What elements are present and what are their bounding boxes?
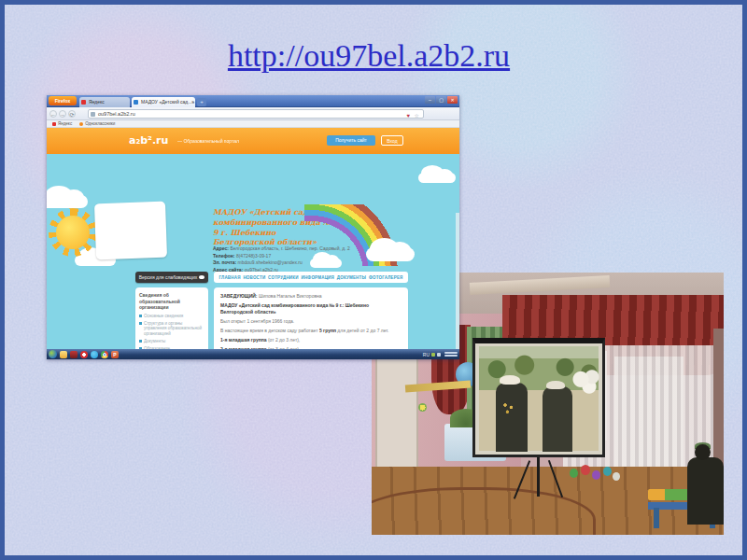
new-tab-button[interactable]: + xyxy=(197,98,206,106)
site-favicon xyxy=(134,100,138,105)
tab-label: Яндекс xyxy=(89,99,105,105)
photo-balloon-teal xyxy=(603,467,612,476)
windows-taskbar: P RU xyxy=(47,349,459,359)
yandex-bookmark-icon xyxy=(52,122,56,126)
photo-door xyxy=(375,347,418,476)
nav-link-информация[interactable]: ИНФОРМАЦИЯ xyxy=(301,275,334,280)
login-button[interactable]: Вход xyxy=(381,135,403,146)
bookmark-0[interactable]: Яндекс xyxy=(52,121,72,126)
content-paragraph-0: ЗАВЕДУЮЩИЙ: Шипова Наталья Викторовна xyxy=(220,293,402,300)
tab-label: МАДОУ «Детский сад...» xyxy=(141,99,194,105)
photo-balloon-purple xyxy=(592,470,600,480)
powerpoint-icon[interactable]: P xyxy=(111,351,119,358)
photo-bench-leg xyxy=(654,508,659,528)
minimize-button[interactable]: – xyxy=(425,96,435,104)
back-icon[interactable]: ← xyxy=(49,110,57,118)
bullet-icon xyxy=(139,315,142,317)
thumbnail-picture xyxy=(97,204,164,257)
content-paragraph-4: 1-я младшая группа (от 2 до 3 лет), xyxy=(220,337,402,343)
contact-line-1: Телефон: 8(47248)3-09-17 xyxy=(213,253,353,260)
photo-officer-figure-2 xyxy=(543,386,572,452)
photo-tripod-pole xyxy=(537,457,540,497)
close-button[interactable]: ✕ xyxy=(447,96,458,104)
accessibility-label: Версия для слабовидящих xyxy=(139,274,198,280)
sun-icon xyxy=(56,216,90,249)
bookmark-1[interactable]: Одноклассники xyxy=(79,121,115,126)
sidebar-item-2[interactable]: Документы xyxy=(139,339,204,344)
url-text: ou97bel.a2b2.ru xyxy=(98,111,135,117)
pocket-heart-icon[interactable]: ♥ xyxy=(406,112,410,120)
cloud-decoration xyxy=(47,195,88,208)
bullet-icon xyxy=(139,322,142,325)
media-player-icon[interactable] xyxy=(70,351,78,358)
photo-projector-screen xyxy=(472,338,605,457)
portal-header: a₂b².ru — Образовательный портал Получит… xyxy=(47,128,459,154)
start-orb-icon[interactable] xyxy=(49,350,57,358)
photo-flower-decoration-2 xyxy=(418,403,427,412)
reload-icon[interactable]: ⟳ xyxy=(68,110,76,118)
photo-officer-cap xyxy=(500,375,520,385)
forward-icon[interactable]: → xyxy=(59,110,66,118)
contact-line-0: Адрес: Белгородская область, г. Шебекино… xyxy=(213,245,353,253)
skype-icon[interactable] xyxy=(91,351,98,358)
tray-network-icon[interactable] xyxy=(437,353,441,357)
nav-link-сотрудники[interactable]: СОТРУДНИКИ xyxy=(268,275,299,280)
cloud-decoration-3 xyxy=(418,173,456,183)
explorer-folder-icon[interactable] xyxy=(60,351,67,358)
bullet-icon xyxy=(139,340,142,343)
sidebar-item-label: Основные сведения xyxy=(144,314,183,319)
address-bar: ← → ⟳ ou97bel.a2b2.ru ♥ ☆ xyxy=(47,107,459,120)
browser-titlebar: Firefox Яндекс МАДОУ «Детский сад...» × … xyxy=(47,95,459,107)
tray-clock[interactable] xyxy=(444,352,458,357)
bookmark-label: Яндекс xyxy=(58,121,72,126)
nav-link-главная[interactable]: ГЛАВНАЯ xyxy=(218,275,240,280)
photo-white-balloons xyxy=(572,370,600,394)
get-site-button[interactable]: Получить сайт xyxy=(327,135,375,146)
window-controls: – ▢ ✕ xyxy=(425,96,458,104)
bookmarks-bar: ЯндексОдноклассники xyxy=(47,120,459,128)
site-contacts: Адрес: Белгородская область, г. Шебекино… xyxy=(213,245,353,273)
bookmark-star-icon[interactable]: ☆ xyxy=(415,112,419,120)
language-indicator[interactable]: RU xyxy=(423,352,430,357)
sidebar-item-label: Структура и органы управления образовате… xyxy=(144,321,204,337)
chrome-icon[interactable] xyxy=(101,351,108,358)
nav-link-фотогалерея[interactable]: ФОТОГАЛЕРЕЯ xyxy=(369,275,403,280)
content-paragraph-3: В настоящее время в детском саду работае… xyxy=(220,328,402,334)
sidebar-list: Основные сведенияСтруктура и органы упра… xyxy=(139,314,204,350)
bookmark-label: Одноклассники xyxy=(85,121,115,126)
sidebar-item-1[interactable]: Структура и органы управления образовате… xyxy=(139,321,204,337)
tab-close-icon[interactable]: × xyxy=(191,97,194,107)
scrollbar[interactable] xyxy=(456,213,459,349)
browser-screenshot: Firefox Яндекс МАДОУ «Детский сад...» × … xyxy=(47,95,459,359)
portal-logo[interactable]: a₂b².ru xyxy=(129,134,168,147)
photo-child-silhouette xyxy=(687,457,724,525)
page-icon xyxy=(91,112,95,117)
photo-balloon-white xyxy=(613,472,620,481)
tab-yandex[interactable]: Яндекс xyxy=(79,97,130,107)
firefox-menu-button[interactable]: Firefox xyxy=(49,96,77,105)
kindergarten-photo-thumbnail xyxy=(94,202,167,260)
contact-line-2: Эл. почта: mbdou9.shebekino@yandex.ru xyxy=(213,259,353,267)
photo-balloon-green xyxy=(570,469,578,478)
accessibility-version-button[interactable]: Версия для слабовидящих xyxy=(135,272,208,283)
photo-child-head xyxy=(695,444,711,460)
content-paragraph-2: Был открыт 1 сентября 1966 года. xyxy=(220,318,402,325)
photo-officer-figure xyxy=(496,383,528,452)
nav-link-новости[interactable]: НОВОСТИ xyxy=(243,275,265,280)
photo-balloon-red xyxy=(581,465,590,475)
portal-tagline: — Образовательный портал xyxy=(177,138,239,144)
photo-medals xyxy=(501,401,516,416)
tab-madou-active[interactable]: МАДОУ «Детский сад...» × xyxy=(132,97,195,107)
tray-status-icon[interactable] xyxy=(431,353,435,357)
slide-title: http://ou97bel.a2b2.ru xyxy=(5,38,733,74)
maximize-button[interactable]: ▢ xyxy=(436,96,446,104)
site-body: МАДОУ «Детский сад комбинированного вида… xyxy=(47,154,459,349)
slide-background: http://ou97bel.a2b2.ru xyxy=(0,0,747,560)
photo-officer-cap-2 xyxy=(546,381,565,389)
sidebar-card: Сведения об образовательной организации … xyxy=(135,287,208,349)
opera-icon[interactable] xyxy=(80,351,88,358)
url-field[interactable]: ou97bel.a2b2.ru ♥ ☆ xyxy=(88,109,424,119)
sidebar-item-0[interactable]: Основные сведения xyxy=(139,314,204,319)
nav-link-документы[interactable]: ДОКУМЕНТЫ xyxy=(337,275,366,280)
ok-bookmark-icon xyxy=(79,122,83,126)
